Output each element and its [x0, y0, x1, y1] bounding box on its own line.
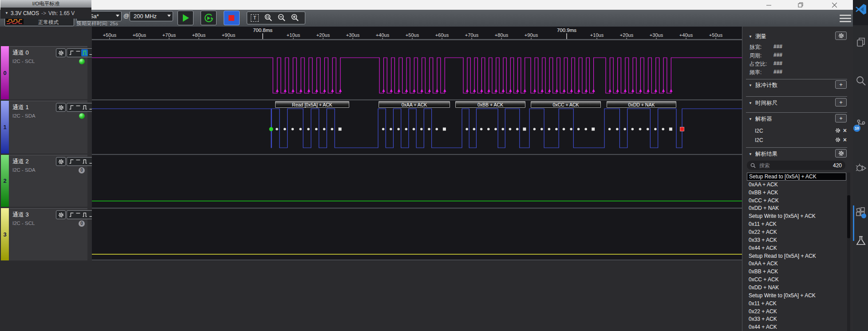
result-row[interactable]: 0x11 + ACK	[747, 299, 846, 307]
decoder-instance-label[interactable]: I2C	[755, 137, 763, 143]
rising-edge-marker-icon	[639, 89, 642, 92]
trigger-rising-edge-button[interactable]	[68, 158, 75, 165]
trigger-both-edges-button[interactable]	[81, 104, 88, 111]
measure-panel-header[interactable]: ▼ 测量	[749, 33, 766, 40]
result-row[interactable]: 0xBB + ACK	[747, 189, 846, 197]
measure-field-label: 周期:	[750, 52, 761, 59]
decode-annotation[interactable]: Read [0x5A] + ACK	[275, 101, 349, 108]
decoder-instance-label[interactable]: I2C	[755, 128, 763, 134]
add-time-ruler-button[interactable]: +	[835, 98, 847, 106]
result-row[interactable]: 0xDD + NAK	[747, 204, 846, 212]
rising-edge-marker-icon	[480, 89, 483, 92]
results-search-box[interactable]: 420	[747, 161, 845, 170]
trigger-rising-edge-button[interactable]	[68, 104, 75, 111]
stop-capture-button[interactable]	[224, 11, 240, 25]
results-panel-title: 解析结果	[755, 150, 777, 158]
result-row[interactable]: 0x44 + ACK	[747, 244, 846, 252]
result-row[interactable]: 0x33 + ACK	[747, 315, 846, 323]
frequency-select[interactable]: 200 MHz	[130, 11, 173, 21]
channel-active-led	[79, 113, 85, 119]
channel-box[interactable]: 通道 0I2C - SCL	[9, 46, 87, 99]
trigger-high-level-button[interactable]	[75, 211, 81, 218]
result-row[interactable]: 0xCC + ACK	[747, 197, 846, 205]
result-row[interactable]: 0xBB + ACK	[747, 268, 846, 276]
pulse-count-panel-header[interactable]: ▼ 脉冲计数	[749, 82, 777, 89]
ruler-minor-label: +40us	[376, 32, 390, 38]
zoom-region-icon[interactable]	[264, 13, 273, 22]
gear-icon	[58, 105, 64, 110]
vscode-logo-icon[interactable]	[854, 3, 868, 16]
maximize-button[interactable]	[791, 0, 810, 10]
result-row[interactable]: Setup Write to [0x5A] + ACK	[747, 292, 846, 299]
trigger-high-level-button[interactable]	[75, 49, 81, 56]
channel-box[interactable]: 通道 3I2C - SCL0	[9, 208, 87, 260]
trigger-both-edges-button[interactable]	[81, 211, 88, 218]
gear-icon	[838, 33, 844, 39]
result-row[interactable]: 0x33 + ACK	[747, 236, 846, 244]
remove-decoder-icon[interactable]: ×	[843, 137, 847, 142]
trigger-rising-edge-button[interactable]	[68, 211, 75, 218]
result-row[interactable]: 0x22 + ACK	[747, 228, 846, 236]
add-pulse-count-button[interactable]: +	[835, 80, 847, 89]
trigger-high-level-button[interactable]	[75, 104, 81, 111]
result-row[interactable]: 0xDD + NAK	[747, 284, 846, 292]
waveform-viewport[interactable]: +50us+60us+70us+80us+90us+10us+20us+30us…	[92, 27, 742, 261]
channel-settings-button[interactable]	[56, 157, 66, 166]
result-row[interactable]: 0x22 + ACK	[747, 307, 846, 315]
text-select-tool-icon[interactable]: T	[251, 14, 259, 22]
test-flask-icon[interactable]	[854, 234, 868, 248]
results-settings-button[interactable]	[835, 149, 847, 158]
trigger-both-edges-button[interactable]	[81, 158, 88, 165]
search-input[interactable]	[758, 162, 830, 169]
zoom-in-icon[interactable]	[291, 13, 300, 22]
channel-settings-button[interactable]	[56, 103, 66, 112]
loop-capture-button[interactable]	[201, 11, 217, 25]
run-debug-icon[interactable]	[854, 161, 868, 174]
minimize-button[interactable]	[759, 0, 778, 10]
result-row[interactable]: 0x11 + ACK	[747, 220, 846, 228]
start-capture-button[interactable]	[178, 11, 193, 25]
result-row[interactable]: 0xAA + ACK	[747, 260, 846, 268]
channel-box[interactable]: 通道 2I2C - SDA0	[9, 155, 87, 207]
decode-annotation[interactable]: 0xDD + NAK	[607, 101, 676, 108]
result-row[interactable]: 0xAA + ACK	[747, 181, 846, 189]
zoom-out-icon[interactable]	[277, 13, 286, 22]
result-row[interactable]: Setup Read to [0x5A] + ACK	[747, 252, 846, 260]
menu-hamburger-icon[interactable]	[840, 13, 851, 24]
bit-marker-dot	[662, 128, 664, 130]
io-level-selector[interactable]: ▼ 3.3V CMOS -> Vth: 1.65 V	[0, 8, 91, 19]
trigger-both-edges-button[interactable]	[81, 49, 88, 56]
gear-icon[interactable]	[835, 128, 840, 133]
results-scrollbar[interactable]	[847, 173, 850, 331]
result-row[interactable]: Setup Write to [0x5A] + ACK	[747, 212, 846, 220]
channel-settings-button[interactable]	[56, 48, 66, 57]
channel-number: 1	[3, 124, 6, 130]
trigger-rising-edge-button[interactable]	[68, 49, 75, 56]
result-row[interactable]: 0x44 + ACK	[747, 323, 846, 331]
trigger-high-level-button[interactable]	[75, 158, 81, 165]
scrollbar-thumb[interactable]	[847, 195, 850, 238]
close-button[interactable]	[825, 0, 844, 10]
results-panel-header[interactable]: ▼ 解析结果	[749, 150, 777, 158]
channel-box[interactable]: 通道 1I2C - SDA	[9, 101, 87, 154]
decoder-panel-header[interactable]: ▼ 解析器	[749, 115, 772, 123]
decode-annotation[interactable]: 0xAA + ACK	[379, 101, 450, 108]
channel-settings-button[interactable]	[56, 210, 66, 219]
measure-settings-button[interactable]	[835, 32, 847, 40]
extensions-icon[interactable]	[854, 205, 868, 219]
git-badge: 10	[853, 125, 860, 132]
result-row[interactable]: Setup Read to [0x5A] + ACK	[747, 173, 846, 181]
explorer-icon[interactable]	[854, 35, 868, 49]
result-row[interactable]: 0xCC + ACK	[747, 276, 846, 284]
time-ruler-panel-header[interactable]: ▼ 时间标尺	[749, 99, 777, 107]
remove-decoder-icon[interactable]: ×	[843, 128, 847, 133]
decode-annotation[interactable]: 0xCC + ACK	[531, 101, 601, 108]
gear-icon	[58, 212, 64, 218]
channel-active-led	[79, 59, 85, 64]
source-control-icon[interactable]: 10	[854, 118, 868, 131]
gear-icon[interactable]	[835, 137, 840, 142]
decode-annotation[interactable]: 0xBB + ACK	[455, 101, 525, 108]
add-decoder-button[interactable]: +	[835, 114, 847, 122]
search-icon[interactable]	[854, 74, 868, 87]
results-list[interactable]: Setup Read to [0x5A] + ACK0xAA + ACK0xBB…	[747, 173, 846, 331]
